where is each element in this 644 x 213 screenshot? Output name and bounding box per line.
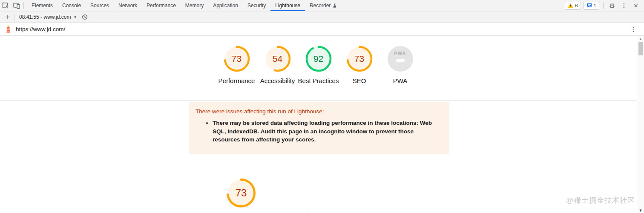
pwa-dash — [396, 59, 405, 62]
devtools-tabbar: Elements Console Sources Network Perform… — [0, 0, 644, 12]
tab-elements[interactable]: Elements — [27, 0, 58, 11]
performance-score: 73 — [223, 45, 250, 72]
device-toolbar-icon — [13, 3, 20, 9]
performance-section-gauge-circle: 73 — [226, 178, 256, 208]
tab-performance[interactable]: Performance — [142, 0, 181, 11]
dropdown-caret-icon: ▼ — [73, 15, 77, 19]
tab-label: Network — [118, 3, 137, 9]
issues-warning-badge[interactable]: 6 — [565, 2, 581, 10]
tab-label: Security — [247, 3, 266, 9]
settings-gear-icon[interactable]: ⚙ — [607, 1, 617, 10]
pwa-badge: PWA — [387, 45, 414, 72]
run-warnings-list: There may be stored data affecting loadi… — [196, 119, 443, 144]
best-practices-score: 92 — [305, 45, 332, 72]
accessibility-gauge: 54 — [264, 45, 291, 72]
tab-recorder[interactable]: Recorder — [305, 0, 342, 11]
score-accessibility[interactable]: 54 Accessibility — [257, 45, 298, 100]
score-pwa[interactable]: PWA PWA — [380, 45, 421, 100]
scrollbar-thumb[interactable] — [638, 42, 643, 55]
tab-label: Application — [213, 3, 238, 9]
clear-reports-button[interactable] — [82, 14, 88, 20]
tab-label: Elements — [32, 3, 53, 9]
scroll-up-arrow-icon[interactable]: ▲ — [637, 37, 644, 41]
performance-section-score: 73 — [226, 178, 256, 208]
report-tools-kebab-icon[interactable]: ⋮ — [630, 23, 636, 35]
vertical-scrollbar[interactable]: ▲ ▼ — [637, 36, 644, 213]
tabbar-left: Elements Console Sources Network Perform… — [0, 0, 342, 11]
panel-tabs: Elements Console Sources Network Perform… — [27, 0, 342, 11]
seo-gauge: 73 — [346, 45, 373, 72]
tab-label: Recorder — [310, 3, 331, 9]
accessibility-score: 54 — [264, 45, 291, 72]
message-bubble-icon — [586, 3, 592, 8]
issues-message-badge[interactable]: 1 — [584, 2, 599, 10]
score-performance[interactable]: 73 Performance — [216, 45, 257, 100]
tab-memory[interactable]: Memory — [181, 0, 208, 11]
message-count: 1 — [594, 3, 596, 8]
run-warnings-title: There were issues affecting this run of … — [196, 108, 443, 115]
toolbar-separator — [14, 14, 14, 20]
score-seo[interactable]: 73 SEO — [339, 45, 380, 100]
run-warning-item: There may be stored data affecting loadi… — [213, 119, 434, 144]
accessibility-label: Accessibility — [257, 77, 298, 85]
run-warnings-box: There were issues affecting this run of … — [189, 102, 449, 154]
best-practices-gauge: 92 — [305, 45, 332, 72]
tab-application[interactable]: Application — [208, 0, 243, 11]
run-label: 08:41:55 - www.jd.com — [19, 14, 71, 20]
experimental-flask-icon — [333, 3, 337, 8]
pwa-badge-text: PWA — [387, 51, 414, 56]
lighthouse-toolbar: + 08:41:55 - www.jd.com ▼ — [0, 12, 644, 23]
best-practices-label: Best Practices — [298, 77, 339, 85]
inspect-element-button[interactable] — [0, 0, 11, 11]
warning-count: 6 — [575, 3, 578, 8]
tab-sources[interactable]: Sources — [86, 0, 114, 11]
close-devtools-icon[interactable]: ✕ — [631, 1, 641, 10]
tab-label: Memory — [185, 3, 204, 9]
performance-section-gauge[interactable]: 73 — [226, 178, 256, 208]
tab-label: Sources — [90, 3, 109, 9]
section-divider-vertical — [308, 206, 308, 213]
block-icon — [82, 14, 88, 20]
new-audit-button[interactable]: + — [3, 13, 13, 21]
performance-gauge: 73 — [223, 45, 250, 72]
tabbar-separator — [23, 2, 24, 9]
warning-triangle-icon — [568, 3, 573, 8]
category-scores-row: 73 Performance 54 Accessibility 92 — [0, 36, 637, 101]
scroll-down-arrow-icon[interactable]: ▼ — [637, 208, 644, 213]
seo-label: SEO — [339, 77, 380, 85]
watermark-text: @稀土掘金技术社区 — [566, 196, 635, 205]
pwa-label: PWA — [380, 77, 421, 85]
tab-network[interactable]: Network — [114, 0, 142, 11]
lighthouse-logo-icon — [5, 25, 12, 33]
tab-lighthouse[interactable]: Lighthouse — [270, 0, 305, 11]
report-run-selector[interactable]: 08:41:55 - www.jd.com ▼ — [19, 14, 77, 20]
inspect-cursor-icon — [2, 2, 9, 9]
score-best-practices[interactable]: 92 Best Practices — [298, 45, 339, 100]
seo-score: 73 — [346, 45, 373, 72]
tab-label: Performance — [147, 3, 176, 9]
device-toolbar-button[interactable] — [11, 0, 22, 11]
more-options-kebab-icon[interactable]: ⋮ — [619, 1, 629, 10]
tabbar-right-separator — [603, 2, 604, 9]
devtools-window: { "devtools": { "tabs": ["Elements", "Co… — [0, 0, 644, 213]
metrics-table-top-border — [344, 212, 448, 212]
audited-url: https://www.jd.com/ — [16, 26, 65, 32]
tabbar-right: 6 1 ⚙ ⋮ ✕ — [565, 0, 644, 11]
tab-console[interactable]: Console — [58, 0, 86, 11]
tab-label: Console — [62, 3, 81, 9]
tab-label: Lighthouse — [275, 3, 300, 9]
performance-label: Performance — [216, 77, 257, 85]
report-url-bar: https://www.jd.com/ ⋮ — [0, 23, 644, 36]
tab-security[interactable]: Security — [243, 0, 270, 11]
lighthouse-report: 73 Performance 54 Accessibility 92 — [0, 36, 637, 213]
